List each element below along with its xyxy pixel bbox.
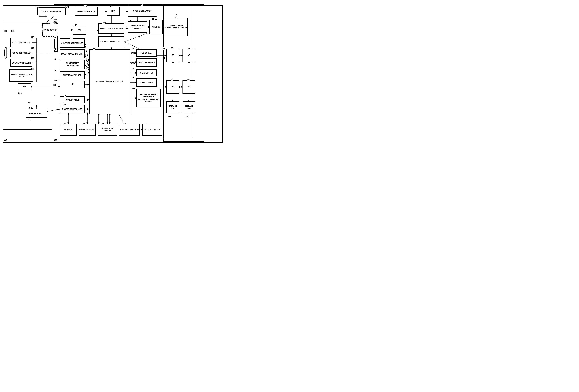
label-84: 84 <box>28 108 30 110</box>
image-display-unit-box: IMAGE DISPLAY UNIT <box>128 5 156 16</box>
label-52: 52 <box>64 122 66 124</box>
label-120: 120 <box>54 79 57 81</box>
memory-52-box: MEMORY <box>60 124 77 135</box>
label-100: 100~ <box>54 139 59 141</box>
label-106: 106 <box>54 21 57 23</box>
label-340: 340 <box>31 36 34 38</box>
label-26: 26 <box>110 5 112 7</box>
label-312: 312 <box>11 30 14 32</box>
svg-line-105 <box>85 64 89 69</box>
label-sw1: SW1 <box>131 52 135 54</box>
ad-box: A/D <box>73 26 86 35</box>
da-box: D/A <box>107 7 120 16</box>
notification-unit-box: NOTIFICATION UNIT <box>79 124 96 135</box>
label-344: 344 <box>31 57 34 59</box>
label-20: 20 <box>102 22 104 24</box>
if-accessory-shoe-box: I/F (ACCESSORY SHOE) <box>119 124 140 135</box>
label-98: 98~ <box>132 87 135 89</box>
label-56: 56 <box>102 122 104 124</box>
zoom-controller-box: ZOOM CONTROLLER <box>11 59 32 67</box>
label-62: 62 <box>163 48 165 50</box>
label-210: 210 <box>185 115 188 117</box>
label-86: 86 <box>28 119 30 121</box>
label-92: 92 <box>171 78 173 81</box>
label-64: 64 <box>163 57 165 59</box>
svg-line-102 <box>85 43 89 62</box>
label-28: 28 <box>141 4 143 6</box>
label-70: 70 <box>132 77 134 79</box>
image-display-memory-box: IMAGE DISPLAY MEMORY <box>128 22 147 33</box>
label-310: 310 <box>4 30 7 32</box>
svg-line-69 <box>85 43 89 62</box>
svg-line-67 <box>85 54 89 69</box>
menu-button-box: MENU BUTTON <box>137 69 157 76</box>
photometry-controller-box: PHOTOMETRY CONTROLLER <box>60 60 85 69</box>
if-92-box: I/F <box>167 80 179 93</box>
label-24: 24 <box>139 35 141 38</box>
label-16: 16 <box>75 24 77 26</box>
memory-30-box: MEMORY <box>149 20 163 34</box>
if-96-box: I/F <box>183 80 195 93</box>
svg-line-104 <box>85 54 89 66</box>
lens-system-control-circuit-box: LENS SYSTEM CONTROL CIRCUIT <box>9 69 33 82</box>
label-66: 66 <box>132 67 134 70</box>
label-110: 110 <box>122 122 126 124</box>
power-controller-box: POWER CONTROLLER <box>60 105 85 113</box>
label-80: 80 <box>64 103 66 106</box>
if-main-box: I/F <box>60 81 85 88</box>
label-82: 82 <box>28 102 30 104</box>
label-46: 46 <box>54 58 56 60</box>
label-72: 72 <box>64 95 66 97</box>
svg-point-49 <box>4 48 7 58</box>
label-90: 90 <box>171 47 173 49</box>
power-supply-box: POWER SUPPLY <box>26 109 47 117</box>
image-processing-circuit-box: IMAGE PROCESSING CIRCUIT <box>99 37 124 47</box>
storage-unit-200-box: STORAGE UNIT <box>167 101 179 113</box>
svg-line-66 <box>85 43 89 62</box>
mode-dial-box: MODE DIAL <box>137 50 157 56</box>
label-342: 342 <box>31 47 34 49</box>
focus-adjusting-unit-box: FOCUS ADJUSTING UNIT <box>60 50 85 58</box>
nonvolatile-memory-box: NONVOLATILE MEMORY <box>98 124 117 135</box>
label-sw2: SW2 <box>131 62 135 64</box>
optical-viewfinder-box: OPTICAL VIEWFINDER <box>37 8 66 15</box>
label-40: 40 <box>54 37 56 39</box>
electronic-flash-box: ELECTRONIC FLASH <box>60 71 85 79</box>
memory-control-circuit-box: MEMORY CONTROL CIRCUIT <box>99 23 124 34</box>
label-200: 200 <box>168 115 171 117</box>
power-switch-box: POWER SWITCH <box>60 96 85 103</box>
label-54: 54 <box>82 122 85 124</box>
svg-line-68 <box>85 64 89 73</box>
label-306: 306 <box>53 18 57 20</box>
label-122: 122 <box>54 95 57 97</box>
if-94-box: I/F <box>183 49 195 62</box>
storage-unit-210-box: STORAGE UNIT <box>183 101 195 113</box>
label-22: 22 <box>130 20 132 22</box>
label-12: 12 <box>48 21 51 23</box>
diagram: OPTICAL VIEWFINDER TIMING GENERATOR D/A … <box>0 0 290 196</box>
focus-controller-box: FOCUS CONTROLLER <box>11 49 32 57</box>
label-322: 322 <box>53 84 56 86</box>
image-sensor-box: IMAGE SENSOR <box>42 23 58 37</box>
svg-line-106 <box>85 73 89 75</box>
label-32: 32 <box>175 16 178 18</box>
label-50: 50 <box>93 48 95 50</box>
label-132: 132 <box>36 6 39 8</box>
label-14: 14 <box>70 37 72 39</box>
label-96: 96 <box>187 78 190 81</box>
label-350: 350 <box>31 68 34 70</box>
operation-unit-box: OPERATION UNIT <box>137 78 157 87</box>
if-90-box: I/F <box>167 49 179 62</box>
label-300: 300 <box>4 139 7 141</box>
compression-box: COMPRESSION/ DECOMPRESSION CIRCUIT <box>165 18 188 36</box>
svg-line-103 <box>85 43 89 62</box>
label-18: 18 <box>84 5 87 7</box>
label-42: 42 <box>54 48 56 50</box>
label-30: 30 <box>152 18 154 20</box>
recording-medium-box: RECORDING MEDIUM ATTACHMENT/ DETACHMENT … <box>137 89 160 107</box>
label-60: 60 <box>132 48 134 50</box>
label-112: 112 <box>146 122 149 124</box>
system-control-circuit-box: SYSTEM CONTROL CIRCUIT <box>89 49 130 114</box>
stop-controller-box: STOP CONTROLLER <box>11 38 32 47</box>
label-48: 48 <box>54 69 56 71</box>
